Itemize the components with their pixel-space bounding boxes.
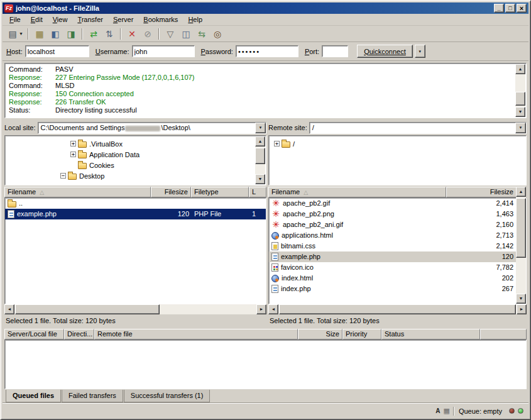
local-site-dropdown-button[interactable]: ▼ [255,123,266,133]
toggle-message-log-icon[interactable]: ▦ [32,27,47,41]
site-manager-dropdown-icon[interactable]: ▼ [18,27,25,41]
file-row[interactable]: applications.html2,713 [269,230,516,241]
file-row[interactable]: example.php120PHP File1 [5,209,266,219]
activity-led-red-icon [509,408,515,414]
scroll-down-button[interactable]: ▼ [516,294,526,304]
scroll-right-button[interactable]: ► [517,304,527,314]
scroll-down-button[interactable]: ▼ [515,107,525,117]
scroll-up-button[interactable]: ▲ [255,136,265,146]
remote-site-combobox[interactable]: / ▼ [309,122,527,134]
maximize-button[interactable]: □ [505,4,515,13]
local-column-filesize[interactable]: Filesize [151,187,191,197]
refresh-icon[interactable]: ⇄ [86,27,101,41]
local-site-combobox[interactable]: C:\Documents and Settings\Desktop\ ▼ [38,122,266,134]
directory-comparison-icon[interactable]: ◫ [178,27,194,41]
local-column-filename[interactable]: Filename△ [4,187,151,197]
file-size-cell: 2,160 [447,219,516,230]
file-row[interactable]: bitnami.css2,142 [269,241,516,251]
queue-column-directi[interactable]: Directi... [64,329,94,340]
tab-failed-transfers[interactable]: Failed transfers [62,390,123,402]
quickconnect-button[interactable]: Quickconnect [357,45,413,58]
scroll-up-button[interactable]: ▲ [515,64,525,74]
synchronized-browsing-icon[interactable]: ⇆ [194,27,209,41]
find-files-icon[interactable]: ◎ [210,27,225,41]
local-column-filetype[interactable]: Filetype [191,187,249,197]
tree-expander-minus-icon[interactable]: − [60,173,66,179]
local-column-modified[interactable]: L [249,187,266,197]
tree-expander-plus-icon[interactable]: + [274,141,280,146]
port-input[interactable] [322,45,348,57]
file-row[interactable]: ✳apache_pb2.png1,463 [269,209,516,219]
tab-queued-files[interactable]: Queued files [6,390,61,402]
file-row[interactable]: ✳apache_pb2_ani.gif2,160 [269,219,516,230]
file-row[interactable]: example.php120 [269,251,516,262]
keypad-icon[interactable]: ▦ [444,407,450,415]
scroll-left-button[interactable]: ◄ [4,304,14,314]
file-row[interactable]: .. [5,198,266,209]
menu-transfer[interactable]: Transfer [72,14,108,25]
quickconnect-dropdown-button[interactable]: ▼ [415,45,425,58]
toggle-local-tree-icon[interactable]: ◧ [48,27,63,41]
tree-item[interactable]: +Application Data [5,149,266,160]
ascii-type-icon[interactable]: A [435,407,440,414]
scroll-thumb[interactable] [516,198,526,258]
cancel-icon[interactable]: ✕ [124,27,140,41]
queue-column-priority[interactable]: Priority [342,329,381,340]
file-row[interactable]: ✳apache_pb2.gif2,414 [269,198,516,209]
scroll-thumb[interactable] [15,304,160,314]
scroll-up-button[interactable]: ▲ [516,187,526,197]
tree-item[interactable]: −Desktop [5,170,266,181]
log-scrollbar[interactable]: ▲ ▼ [515,64,525,117]
file-row[interactable]: index.html202 [269,273,516,284]
remote-column-filename[interactable]: Filename△ [268,187,446,197]
filter-icon[interactable]: ▽ [163,27,178,41]
process-queue-icon[interactable]: ⇅ [102,27,117,41]
file-row[interactable]: favicon.ico7,782 [269,262,516,273]
menu-bookmarks[interactable]: Bookmarks [138,14,183,25]
scroll-down-button[interactable]: ▼ [255,174,265,184]
tab-successful-transfers-1[interactable]: Successful transfers (1) [124,390,211,402]
remote-list-scrollbar[interactable]: ▲ ▼ [516,187,526,304]
tree-item[interactable]: +.VirtualBox [5,138,266,149]
tree-expander-plus-icon[interactable]: + [70,141,76,146]
password-input[interactable] [236,45,298,57]
remote-site-dropdown-button[interactable]: ▼ [515,123,526,133]
scroll-thumb[interactable] [255,148,265,164]
log-message: 227 Entering Passive Mode (127,0,0,1,6,1… [55,74,194,82]
queue-column-size[interactable]: Size [298,329,342,340]
file-row[interactable]: index.php267 [269,284,516,294]
username-input[interactable] [132,45,195,57]
menu-edit[interactable]: Edit [26,14,48,25]
menu-view[interactable]: View [48,14,73,25]
tree-item[interactable]: +/ [269,138,526,149]
local-tree-scrollbar[interactable]: ▲ ▼ [255,136,265,184]
scroll-thumb[interactable] [279,304,516,314]
host-input[interactable] [25,45,89,57]
queue-column-status[interactable]: Status [381,329,480,340]
toggle-remote-tree-icon[interactable]: ◨ [63,27,79,41]
queue-column-blank[interactable] [480,329,527,340]
menu-file[interactable]: File [4,14,26,25]
tree-item[interactable]: Cookies [5,160,266,170]
queue-column-remote-file[interactable]: Remote file [94,329,298,340]
scroll-thumb[interactable] [515,92,525,106]
scroll-right-button[interactable]: ► [256,304,266,314]
menu-server[interactable]: Server [108,14,138,25]
title-bar[interactable]: Fz john@localhost - FileZilla _ □ × [3,3,528,14]
redacted-username [125,126,160,131]
queue-column-server-local-file[interactable]: Server/Local file [4,329,64,340]
minimize-button[interactable]: _ [494,4,504,13]
remote-column-filesize[interactable]: Filesize [446,187,517,197]
disconnect-icon[interactable]: ⊘ [140,27,155,41]
folder-icon [78,141,87,148]
scroll-left-button[interactable]: ◄ [268,304,278,314]
filezilla-window: Fz john@localhost - FileZilla _ □ × File… [0,0,531,420]
local-list-hscrollbar[interactable]: ◄ ► [4,304,266,314]
close-button[interactable]: × [517,4,527,13]
status-bar: A ▦ Queue: empty [3,402,528,417]
tree-expander-plus-icon[interactable]: + [70,152,76,157]
local-tree: +.VirtualBox+Application DataCookies−Des… [4,135,266,185]
remote-list-hscrollbar[interactable]: ◄ ► [268,304,527,314]
menu-help[interactable]: Help [183,14,207,25]
css-file-icon [271,242,278,250]
